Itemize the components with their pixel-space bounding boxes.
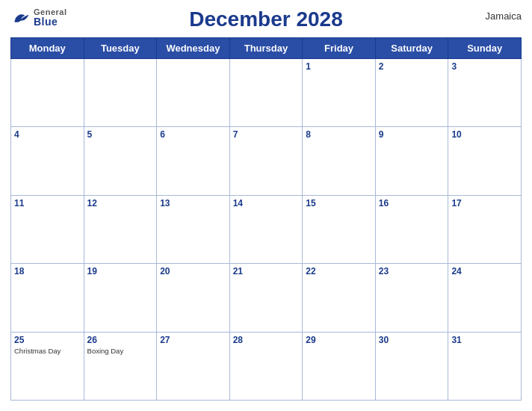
calendar-cell: 28 [229, 332, 303, 400]
day-number: 23 [379, 266, 445, 276]
calendar-cell: 4 [11, 127, 84, 195]
calendar-cell: 31 [448, 332, 522, 400]
logo-bird-icon [10, 11, 31, 25]
logo: General Blue [10, 7, 66, 28]
weekday-monday: Monday [11, 38, 84, 59]
day-number: 17 [451, 198, 518, 208]
day-number: 25 [14, 335, 81, 345]
calendar-cell: 20 [157, 264, 230, 332]
day-number: 16 [379, 198, 445, 208]
day-number: 31 [451, 335, 518, 345]
day-number: 14 [233, 198, 300, 208]
calendar-cell [84, 59, 157, 127]
day-number: 28 [233, 335, 300, 345]
day-number: 5 [87, 129, 154, 140]
calendar-cell: 16 [375, 195, 448, 263]
calendar-cell: 18 [11, 264, 84, 332]
calendar-cell: 10 [448, 127, 522, 195]
day-number: 1 [306, 61, 372, 72]
day-number: 6 [160, 129, 226, 140]
calendar-cell [157, 59, 230, 127]
day-number: 15 [306, 198, 372, 208]
calendar-cell: 24 [448, 264, 522, 332]
calendar-title: December 2028 [189, 7, 342, 31]
holiday-name: Christmas Day [14, 347, 81, 355]
calendar-cell: 12 [84, 195, 157, 263]
holiday-name: Boxing Day [87, 347, 154, 355]
calendar-cell [11, 59, 84, 127]
weekday-tuesday: Tuesday [84, 38, 157, 59]
calendar-cell: 26Boxing Day [84, 332, 157, 400]
calendar-cell: 27 [157, 332, 230, 400]
calendar-cell: 8 [303, 127, 376, 195]
calendar-cell: 21 [229, 264, 303, 332]
day-number: 2 [379, 61, 445, 72]
day-number: 7 [233, 129, 300, 140]
day-number: 27 [160, 335, 226, 345]
calendar-cell: 15 [303, 195, 376, 263]
day-number: 4 [14, 129, 81, 140]
day-number: 20 [160, 266, 226, 276]
day-number: 13 [160, 198, 226, 208]
calendar-cell: 30 [375, 332, 448, 400]
weekday-thursday: Thursday [229, 38, 303, 59]
calendar-cell: 14 [229, 195, 303, 263]
day-number: 24 [451, 266, 518, 276]
weekday-wednesday: Wednesday [157, 38, 230, 59]
day-number: 18 [14, 266, 81, 276]
weekday-friday: Friday [303, 38, 376, 59]
calendar-cell [229, 59, 303, 127]
calendar-cell: 17 [448, 195, 522, 263]
calendar-cell: 2 [375, 59, 448, 127]
calendar-cell: 25Christmas Day [11, 332, 84, 400]
day-number: 21 [233, 266, 300, 276]
calendar-cell: 11 [11, 195, 84, 263]
calendar-container: General Blue December 2028 Jamaica Monda… [0, 0, 532, 411]
calendar-table: Monday Tuesday Wednesday Thursday Friday… [10, 37, 522, 401]
logo-text: General Blue [34, 7, 66, 28]
logo-blue: Blue [34, 16, 66, 28]
calendar-cell: 3 [448, 59, 522, 127]
country-label: Jamaica [486, 10, 522, 22]
day-number: 22 [306, 266, 372, 276]
day-number: 11 [14, 198, 81, 208]
day-number: 30 [379, 335, 445, 345]
calendar-body: 1234567891011121314151617181920212223242… [11, 59, 522, 401]
calendar-cell: 22 [303, 264, 376, 332]
day-number: 10 [451, 129, 518, 140]
calendar-header-row: Monday Tuesday Wednesday Thursday Friday… [11, 38, 522, 59]
calendar-cell: 9 [375, 127, 448, 195]
day-number: 19 [87, 266, 154, 276]
weekday-saturday: Saturday [375, 38, 448, 59]
calendar-cell: 5 [84, 127, 157, 195]
day-number: 9 [379, 129, 445, 140]
calendar-cell: 29 [303, 332, 376, 400]
day-number: 26 [87, 335, 154, 345]
calendar-cell: 23 [375, 264, 448, 332]
day-number: 12 [87, 198, 154, 208]
calendar-header: General Blue December 2028 Jamaica [10, 7, 522, 31]
calendar-cell: 7 [229, 127, 303, 195]
calendar-cell: 6 [157, 127, 230, 195]
calendar-cell: 19 [84, 264, 157, 332]
day-number: 29 [306, 335, 372, 345]
calendar-cell: 1 [303, 59, 376, 127]
day-number: 8 [306, 129, 372, 140]
calendar-cell: 13 [157, 195, 230, 263]
weekday-sunday: Sunday [448, 38, 522, 59]
day-number: 3 [451, 61, 518, 72]
